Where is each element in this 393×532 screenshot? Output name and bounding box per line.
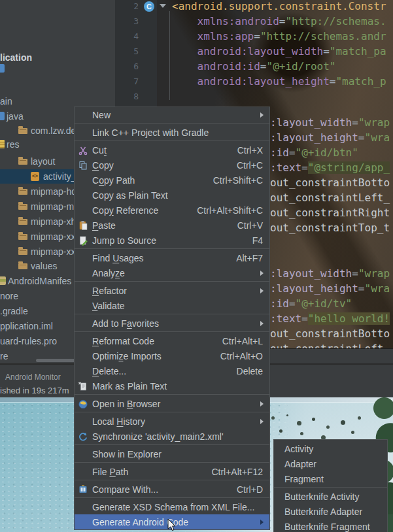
submenu-item-label: Butterknife Adapter [284, 507, 362, 517]
menu-item-optimize-imports[interactable]: Optimize ImportsCtrl+Alt+O [75, 348, 269, 363]
menu-item-compare-with[interactable]: Compare With...Ctrl+D [75, 482, 269, 497]
tree-item-sliver-blue[interactable] [0, 61, 115, 76]
code-line[interactable]: android:id="@+id/root" [172, 59, 335, 74]
xml-icon: <> [31, 172, 39, 181]
fold-marker-icon[interactable] [160, 4, 166, 8]
tree-item-label: uard-rules.pro [0, 336, 57, 346]
folder-icon [18, 234, 27, 240]
icon-spacer [78, 175, 90, 186]
submenu-arrow-icon [260, 520, 264, 525]
menu-item-paste[interactable]: PasteCtrl+V [75, 218, 269, 233]
open-browser-icon [78, 399, 90, 409]
code-line[interactable]: xmlns:app="http://schemas.andr [172, 29, 386, 44]
menu-item-copy-path[interactable]: Copy PathCtrl+Shift+C [75, 173, 269, 188]
code-line[interactable]: android:layout_height="match_p [172, 74, 386, 89]
menu-item-find-usages[interactable]: Find UsagesAlt+F7 [75, 250, 269, 265]
menu-item-shortcut: Ctrl+Alt+Shift+C [197, 205, 264, 216]
tree-item-label: re [0, 351, 8, 361]
code-line[interactable]: :id="@+id/tv" [270, 296, 352, 311]
menu-item-cut[interactable]: CutCtrl+X [75, 142, 269, 158]
menu-item-refactor[interactable]: Refactor [75, 283, 269, 298]
menu-item-copy-as-plain-text[interactable]: Copy as Plain Text [75, 188, 269, 203]
fold-range-line [169, 11, 170, 100]
submenu-item-fragment[interactable]: Fragment [274, 471, 387, 486]
code-line[interactable]: :layout_width="wrap [270, 266, 390, 281]
context-menu: NewLink C++ Project with GradleCutCtrl+X… [74, 107, 270, 530]
menu-item-validate[interactable]: Validate [75, 298, 269, 313]
line-number: 3 [115, 14, 139, 29]
menu-item-shortcut: Ctrl+X [237, 145, 264, 156]
menu-item-local-history[interactable]: Local History [75, 414, 269, 429]
code-line[interactable]: out_constraintRight [270, 205, 390, 220]
sliver-blue-icon [0, 112, 5, 120]
submenu-item-adapter[interactable]: Adapter [274, 456, 387, 471]
menu-item-shortcut: Ctrl+V [237, 220, 264, 231]
submenu-item-activity[interactable]: Activity [274, 441, 387, 456]
icon-spacer [78, 336, 90, 346]
submenu-item-butterknife-adapter[interactable]: Butterknife Adapter [274, 504, 387, 519]
menu-item-label: Find Usages [92, 253, 144, 263]
code-line[interactable]: out_constraintBotto [270, 175, 390, 190]
menu-item-shortcut: Ctrl+Alt+L [222, 336, 264, 346]
menu-item-link-c-project-with-gradle[interactable]: Link C++ Project with Gradle [75, 125, 269, 140]
menu-item-copy[interactable]: CopyCtrl+C [75, 158, 269, 173]
menu-item-jump-to-source[interactable]: Jump to SourceF4 [75, 233, 269, 248]
folder-icon [18, 128, 27, 134]
menu-item-reformat-code[interactable]: Reformat CodeCtrl+Alt+L [75, 333, 269, 348]
menu-item-add-to-favorites[interactable]: Add to Favorites [75, 316, 269, 331]
menu-item-file-path[interactable]: File PathCtrl+Alt+F12 [75, 464, 269, 479]
tab-android-monitor[interactable]: Android Monitor [5, 373, 61, 382]
icon-spacer [78, 517, 90, 527]
menu-item-open-in-browser[interactable]: Open in Browser [75, 396, 269, 411]
submenu-item-butterknife-fragment[interactable]: Butterknife Fragment [274, 519, 387, 532]
icon-spacer [78, 502, 90, 512]
tree-item-label: layout [31, 156, 55, 167]
menu-item-mark-as-plain-text[interactable]: Mark as Plain Text [75, 378, 269, 393]
menu-item-show-in-explorer[interactable]: Show in Explorer [75, 446, 269, 461]
menu-item-label: Copy Path [92, 175, 135, 186]
menu-item-new[interactable]: New [75, 107, 269, 122]
menu-item-shortcut: Ctrl+D [237, 484, 264, 495]
tree-item-label: pplication.iml [0, 321, 53, 331]
submenu-item-label: Butterknife Fragment [284, 522, 370, 532]
icon-spacer [78, 286, 90, 296]
code-line[interactable]: :layout_width="wrap [270, 115, 390, 130]
menu-item-analyze[interactable]: Analyze [75, 265, 269, 280]
code-line[interactable]: :layout_height="wra [270, 281, 390, 296]
line-number: 7 [115, 74, 139, 89]
code-line[interactable]: :text="hello world! [270, 311, 390, 326]
line-number: 2 [115, 0, 139, 14]
menu-item-shortcut: F4 [252, 235, 264, 246]
menu-item-label: Copy as Plain Text [92, 190, 168, 201]
menu-separator [274, 486, 387, 489]
menu-item-generate-xsd-schema-from-xml-file[interactable]: Generate XSD Schema from XML File... [75, 499, 269, 514]
mark-plain-text-icon [78, 381, 90, 391]
menu-item-delete[interactable]: Delete...Delete [75, 363, 269, 378]
menu-item-copy-reference[interactable]: Copy ReferenceCtrl+Alt+Shift+C [75, 203, 269, 218]
code-line[interactable]: :layout_height="wra [270, 130, 390, 145]
paste-icon [78, 220, 90, 231]
code-line[interactable]: out_constraintLeft_ [270, 190, 390, 205]
menu-item-label: File Path [92, 467, 128, 477]
menu-item-label: Synchronize 'activity_main2.xml' [92, 431, 224, 442]
code-line[interactable]: <android.support.constraint.Constr [172, 0, 386, 14]
tree-item-label: AndroidManifes [8, 276, 71, 286]
code-line[interactable]: android:layout_width="match_pa [172, 44, 386, 59]
code-line[interactable]: xmlns:android="http://schemas. [172, 14, 386, 29]
menu-item-synchronize-activity-main2-xml[interactable]: Synchronize 'activity_main2.xml' [75, 429, 269, 444]
code-line[interactable]: out_constraintBotto [270, 326, 390, 341]
menu-item-label: New [92, 110, 111, 120]
tree-item-label: res [7, 139, 19, 150]
code-line[interactable]: out_constraintTop_t [270, 220, 390, 235]
tree-item-label: java [7, 111, 24, 122]
synchronize-icon [78, 431, 90, 442]
submenu-item-butterknife-activity[interactable]: Butterknife Activity [274, 489, 387, 504]
menu-item-label: Jump to Source [92, 235, 156, 246]
code-line[interactable]: :id="@+id/btn" [270, 145, 358, 160]
icon-spacer [78, 268, 90, 278]
menu-item-shortcut: Ctrl+Alt+O [220, 351, 264, 361]
submenu-arrow-icon [260, 288, 264, 293]
icon-spacer [78, 416, 90, 427]
icon-spacer [78, 366, 90, 376]
code-line[interactable]: :text="@string/app_ [270, 160, 390, 175]
